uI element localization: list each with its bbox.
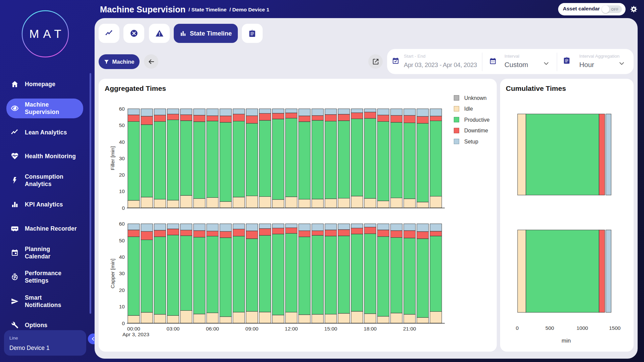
svg-text:Productive: Productive (464, 117, 490, 123)
svg-text:10: 10 (119, 304, 125, 309)
svg-text:10: 10 (119, 188, 125, 194)
svg-text:09:00: 09:00 (246, 326, 259, 331)
svg-text:0: 0 (516, 325, 519, 331)
svg-text:500: 500 (545, 325, 554, 331)
svg-text:min: min (561, 338, 571, 344)
svg-text:Setup: Setup (464, 139, 478, 144)
svg-text:50: 50 (119, 238, 125, 243)
svg-text:18:00: 18:00 (364, 326, 377, 331)
svg-text:Idle: Idle (464, 106, 473, 112)
svg-text:60: 60 (119, 106, 125, 112)
svg-text:0: 0 (122, 320, 125, 326)
svg-text:15:00: 15:00 (324, 326, 337, 331)
svg-text:21:00: 21:00 (403, 326, 416, 331)
svg-text:1000: 1000 (577, 325, 588, 331)
svg-text:50: 50 (119, 122, 125, 128)
svg-text:06:00: 06:00 (206, 326, 219, 331)
svg-text:0: 0 (122, 205, 125, 211)
svg-text:20: 20 (119, 172, 125, 178)
svg-text:20: 20 (119, 287, 125, 293)
svg-text:00:00: 00:00 (127, 326, 140, 331)
svg-text:03:00: 03:00 (167, 326, 180, 331)
svg-text:1500: 1500 (609, 325, 621, 331)
svg-text:Capper [min]: Capper [min] (110, 259, 115, 289)
svg-text:Unknown: Unknown (464, 95, 487, 101)
svg-text:Downtime: Downtime (464, 128, 488, 133)
svg-text:30: 30 (119, 156, 125, 161)
svg-text:40: 40 (119, 254, 125, 260)
svg-text:Filler [min]: Filler [min] (110, 146, 115, 170)
svg-text:40: 40 (119, 139, 125, 145)
svg-text:12:00: 12:00 (285, 326, 298, 331)
svg-text:30: 30 (119, 270, 125, 276)
svg-text:60: 60 (119, 221, 125, 227)
svg-text:Apr 3, 2023: Apr 3, 2023 (122, 331, 149, 337)
